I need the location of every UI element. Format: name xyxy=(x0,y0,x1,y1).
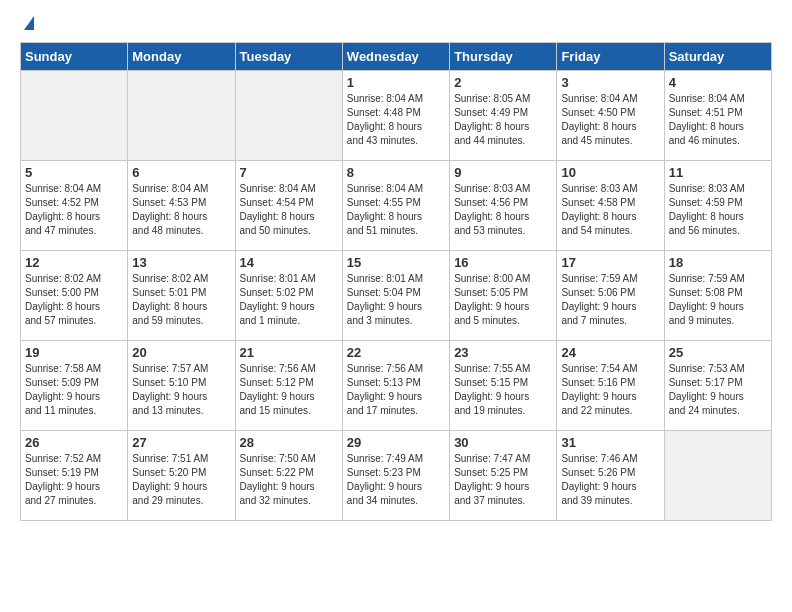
cell-info: Sunrise: 8:00 AM Sunset: 5:05 PM Dayligh… xyxy=(454,272,552,328)
date-number: 17 xyxy=(561,255,659,270)
cal-cell-14: 14Sunrise: 8:01 AM Sunset: 5:02 PM Dayli… xyxy=(235,251,342,341)
date-number: 5 xyxy=(25,165,123,180)
date-number: 10 xyxy=(561,165,659,180)
cell-info: Sunrise: 8:04 AM Sunset: 4:52 PM Dayligh… xyxy=(25,182,123,238)
cal-cell-31: 31Sunrise: 7:46 AM Sunset: 5:26 PM Dayli… xyxy=(557,431,664,521)
week-row-2: 5Sunrise: 8:04 AM Sunset: 4:52 PM Daylig… xyxy=(21,161,772,251)
cell-info: Sunrise: 7:58 AM Sunset: 5:09 PM Dayligh… xyxy=(25,362,123,418)
logo xyxy=(20,20,34,30)
cal-cell-29: 29Sunrise: 7:49 AM Sunset: 5:23 PM Dayli… xyxy=(342,431,449,521)
cell-info: Sunrise: 7:56 AM Sunset: 5:12 PM Dayligh… xyxy=(240,362,338,418)
calendar-table: SundayMondayTuesdayWednesdayThursdayFrid… xyxy=(20,42,772,521)
date-number: 16 xyxy=(454,255,552,270)
date-number: 23 xyxy=(454,345,552,360)
cell-info: Sunrise: 7:49 AM Sunset: 5:23 PM Dayligh… xyxy=(347,452,445,508)
cell-info: Sunrise: 7:53 AM Sunset: 5:17 PM Dayligh… xyxy=(669,362,767,418)
logo-triangle-icon xyxy=(24,16,34,30)
date-number: 25 xyxy=(669,345,767,360)
cal-cell-15: 15Sunrise: 8:01 AM Sunset: 5:04 PM Dayli… xyxy=(342,251,449,341)
cal-cell-empty-46 xyxy=(664,431,771,521)
cell-info: Sunrise: 7:47 AM Sunset: 5:25 PM Dayligh… xyxy=(454,452,552,508)
cell-info: Sunrise: 8:03 AM Sunset: 4:58 PM Dayligh… xyxy=(561,182,659,238)
week-row-5: 26Sunrise: 7:52 AM Sunset: 5:19 PM Dayli… xyxy=(21,431,772,521)
date-number: 8 xyxy=(347,165,445,180)
cal-cell-18: 18Sunrise: 7:59 AM Sunset: 5:08 PM Dayli… xyxy=(664,251,771,341)
cell-info: Sunrise: 8:04 AM Sunset: 4:53 PM Dayligh… xyxy=(132,182,230,238)
weekday-header-monday: Monday xyxy=(128,43,235,71)
cal-cell-16: 16Sunrise: 8:00 AM Sunset: 5:05 PM Dayli… xyxy=(450,251,557,341)
weekday-header-sunday: Sunday xyxy=(21,43,128,71)
cal-cell-13: 13Sunrise: 8:02 AM Sunset: 5:01 PM Dayli… xyxy=(128,251,235,341)
cell-info: Sunrise: 7:54 AM Sunset: 5:16 PM Dayligh… xyxy=(561,362,659,418)
date-number: 13 xyxy=(132,255,230,270)
date-number: 18 xyxy=(669,255,767,270)
date-number: 14 xyxy=(240,255,338,270)
cell-info: Sunrise: 8:03 AM Sunset: 4:56 PM Dayligh… xyxy=(454,182,552,238)
date-number: 3 xyxy=(561,75,659,90)
date-number: 20 xyxy=(132,345,230,360)
cell-info: Sunrise: 7:59 AM Sunset: 5:08 PM Dayligh… xyxy=(669,272,767,328)
logo-area xyxy=(20,20,34,30)
date-number: 21 xyxy=(240,345,338,360)
cal-cell-25: 25Sunrise: 7:53 AM Sunset: 5:17 PM Dayli… xyxy=(664,341,771,431)
cal-cell-4: 4Sunrise: 8:04 AM Sunset: 4:51 PM Daylig… xyxy=(664,71,771,161)
cal-cell-1: 1Sunrise: 8:04 AM Sunset: 4:48 PM Daylig… xyxy=(342,71,449,161)
date-number: 26 xyxy=(25,435,123,450)
cell-info: Sunrise: 7:46 AM Sunset: 5:26 PM Dayligh… xyxy=(561,452,659,508)
date-number: 6 xyxy=(132,165,230,180)
cell-info: Sunrise: 8:04 AM Sunset: 4:48 PM Dayligh… xyxy=(347,92,445,148)
cell-info: Sunrise: 8:05 AM Sunset: 4:49 PM Dayligh… xyxy=(454,92,552,148)
cal-cell-5: 5Sunrise: 8:04 AM Sunset: 4:52 PM Daylig… xyxy=(21,161,128,251)
date-number: 19 xyxy=(25,345,123,360)
cell-info: Sunrise: 7:55 AM Sunset: 5:15 PM Dayligh… xyxy=(454,362,552,418)
weekday-header-saturday: Saturday xyxy=(664,43,771,71)
cal-cell-21: 21Sunrise: 7:56 AM Sunset: 5:12 PM Dayli… xyxy=(235,341,342,431)
week-row-3: 12Sunrise: 8:02 AM Sunset: 5:00 PM Dayli… xyxy=(21,251,772,341)
date-number: 31 xyxy=(561,435,659,450)
cell-info: Sunrise: 8:04 AM Sunset: 4:54 PM Dayligh… xyxy=(240,182,338,238)
cal-cell-9: 9Sunrise: 8:03 AM Sunset: 4:56 PM Daylig… xyxy=(450,161,557,251)
cal-cell-empty-02 xyxy=(235,71,342,161)
weekday-header-friday: Friday xyxy=(557,43,664,71)
cal-cell-30: 30Sunrise: 7:47 AM Sunset: 5:25 PM Dayli… xyxy=(450,431,557,521)
date-number: 15 xyxy=(347,255,445,270)
cal-cell-24: 24Sunrise: 7:54 AM Sunset: 5:16 PM Dayli… xyxy=(557,341,664,431)
cell-info: Sunrise: 7:57 AM Sunset: 5:10 PM Dayligh… xyxy=(132,362,230,418)
page: SundayMondayTuesdayWednesdayThursdayFrid… xyxy=(0,0,792,531)
cell-info: Sunrise: 7:51 AM Sunset: 5:20 PM Dayligh… xyxy=(132,452,230,508)
date-number: 29 xyxy=(347,435,445,450)
cal-cell-28: 28Sunrise: 7:50 AM Sunset: 5:22 PM Dayli… xyxy=(235,431,342,521)
cal-cell-27: 27Sunrise: 7:51 AM Sunset: 5:20 PM Dayli… xyxy=(128,431,235,521)
date-number: 24 xyxy=(561,345,659,360)
date-number: 22 xyxy=(347,345,445,360)
date-number: 30 xyxy=(454,435,552,450)
week-row-4: 19Sunrise: 7:58 AM Sunset: 5:09 PM Dayli… xyxy=(21,341,772,431)
cal-cell-3: 3Sunrise: 8:04 AM Sunset: 4:50 PM Daylig… xyxy=(557,71,664,161)
cell-info: Sunrise: 8:03 AM Sunset: 4:59 PM Dayligh… xyxy=(669,182,767,238)
cell-info: Sunrise: 8:01 AM Sunset: 5:04 PM Dayligh… xyxy=(347,272,445,328)
weekday-header-tuesday: Tuesday xyxy=(235,43,342,71)
weekday-header-wednesday: Wednesday xyxy=(342,43,449,71)
cell-info: Sunrise: 8:02 AM Sunset: 5:01 PM Dayligh… xyxy=(132,272,230,328)
cal-cell-23: 23Sunrise: 7:55 AM Sunset: 5:15 PM Dayli… xyxy=(450,341,557,431)
date-number: 7 xyxy=(240,165,338,180)
cell-info: Sunrise: 8:02 AM Sunset: 5:00 PM Dayligh… xyxy=(25,272,123,328)
cell-info: Sunrise: 7:52 AM Sunset: 5:19 PM Dayligh… xyxy=(25,452,123,508)
cal-cell-8: 8Sunrise: 8:04 AM Sunset: 4:55 PM Daylig… xyxy=(342,161,449,251)
cell-info: Sunrise: 8:04 AM Sunset: 4:51 PM Dayligh… xyxy=(669,92,767,148)
cal-cell-22: 22Sunrise: 7:56 AM Sunset: 5:13 PM Dayli… xyxy=(342,341,449,431)
cal-cell-empty-00 xyxy=(21,71,128,161)
cal-cell-10: 10Sunrise: 8:03 AM Sunset: 4:58 PM Dayli… xyxy=(557,161,664,251)
cal-cell-7: 7Sunrise: 8:04 AM Sunset: 4:54 PM Daylig… xyxy=(235,161,342,251)
cal-cell-17: 17Sunrise: 7:59 AM Sunset: 5:06 PM Dayli… xyxy=(557,251,664,341)
weekday-header-row: SundayMondayTuesdayWednesdayThursdayFrid… xyxy=(21,43,772,71)
weekday-header-thursday: Thursday xyxy=(450,43,557,71)
cal-cell-26: 26Sunrise: 7:52 AM Sunset: 5:19 PM Dayli… xyxy=(21,431,128,521)
date-number: 28 xyxy=(240,435,338,450)
cell-info: Sunrise: 8:01 AM Sunset: 5:02 PM Dayligh… xyxy=(240,272,338,328)
date-number: 4 xyxy=(669,75,767,90)
week-row-1: 1Sunrise: 8:04 AM Sunset: 4:48 PM Daylig… xyxy=(21,71,772,161)
cell-info: Sunrise: 7:50 AM Sunset: 5:22 PM Dayligh… xyxy=(240,452,338,508)
cal-cell-empty-01 xyxy=(128,71,235,161)
cal-cell-6: 6Sunrise: 8:04 AM Sunset: 4:53 PM Daylig… xyxy=(128,161,235,251)
